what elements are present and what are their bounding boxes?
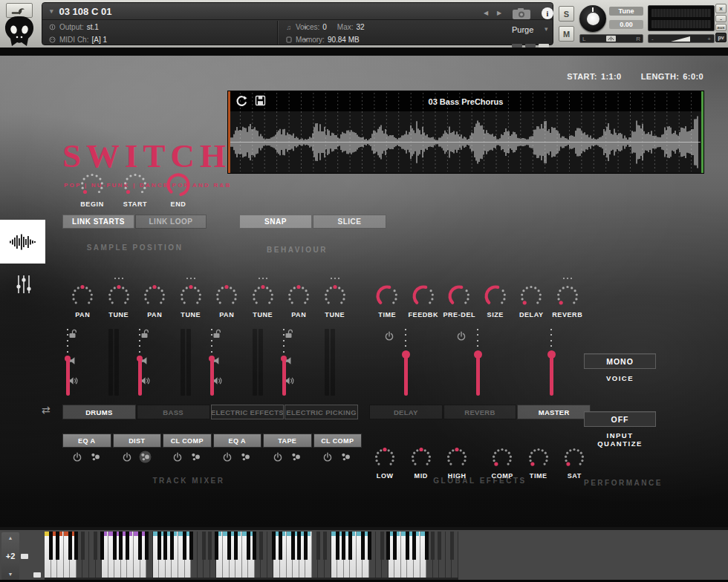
knob-delay[interactable]: DELAY [513,275,550,318]
octave-down-icon[interactable]: ▼ [8,572,13,577]
black-key[interactable] [94,532,97,560]
knob-end[interactable]: END [157,163,200,208]
menu-dots-icon[interactable] [190,278,192,279]
black-key[interactable] [126,532,129,560]
save-icon[interactable] [255,95,266,110]
keyboard-scroll-handle[interactable] [33,572,41,578]
black-key[interactable] [56,532,59,560]
black-key[interactable] [438,532,441,560]
fx-edit-icon[interactable] [139,451,152,466]
black-key[interactable] [336,532,339,560]
knob-mid[interactable]: MID [403,437,440,480]
black-key[interactable] [291,532,295,560]
page-wave-editor-button[interactable] [0,220,45,264]
fx-slot-cl-comp[interactable]: CL COMP [163,434,212,448]
fx-slot-dist[interactable]: DIST [113,434,162,448]
return-level-fader[interactable] [472,327,483,397]
voice-mode-button[interactable]: MONO [584,353,656,369]
volume-fader[interactable] [207,327,217,397]
info-icon[interactable]: i [542,7,553,19]
black-key[interactable] [100,532,104,560]
volume-slider[interactable]: - + [648,34,715,43]
knob-low[interactable]: LOW [367,437,403,480]
close-button[interactable]: x [715,4,727,13]
black-key[interactable] [145,532,149,560]
return-button-delay[interactable]: DELAY [369,405,443,419]
page-mixer-button[interactable] [14,272,33,296]
master-tune-knob[interactable] [579,5,606,32]
black-key[interactable] [227,532,231,560]
black-key[interactable] [81,532,85,560]
black-key[interactable] [208,532,212,560]
black-key[interactable] [386,532,390,560]
black-key[interactable] [406,532,409,560]
black-key[interactable] [247,532,250,560]
black-key[interactable] [425,532,429,560]
fx-edit-icon[interactable] [290,451,302,466]
black-key[interactable] [163,532,167,560]
knob-tune[interactable]: TUNE [101,275,137,318]
black-key[interactable] [253,532,256,560]
black-key[interactable] [189,532,193,560]
knob-pan[interactable]: PAN [65,275,101,318]
waveform-display[interactable]: 03 Bass PreChorus [228,91,703,173]
black-key[interactable] [393,532,397,560]
knob-comp[interactable]: COMP [484,437,521,480]
swap-tracks-icon[interactable]: ⇄ [42,404,51,416]
black-key[interactable] [259,532,263,560]
knob-tune[interactable]: TUNE [317,275,354,318]
volume-fader[interactable] [279,327,289,397]
black-key[interactable] [361,532,365,560]
track-button-electric-effects[interactable]: ELECTRIC EFFECTS [211,405,285,419]
instrument-title-row[interactable]: ▾ 03 108 C 01 [42,3,553,20]
black-key[interactable] [297,532,301,560]
fx-edit-icon[interactable] [239,451,252,466]
fx-slot-eq-a[interactable]: EQ A [213,434,262,448]
minimize-button[interactable]: - [715,15,727,22]
knob-high[interactable]: HIGH [439,437,475,480]
fx-slot-eq-a[interactable]: EQ A [62,434,111,448]
keyboard-scroll-handle[interactable] [21,554,28,559]
knob-size[interactable]: SIZE [478,275,514,318]
fx-edit-icon[interactable] [89,451,102,466]
black-key[interactable] [113,532,117,560]
link-starts-button[interactable]: LINK STARTS [62,215,134,229]
next-instrument-icon[interactable]: ▶ [497,10,501,16]
octave-shift-control[interactable]: ▲ +2 ▼ [1,532,19,580]
fx-slot-cl-comp[interactable]: CL COMP [313,434,363,448]
fx-power-icon[interactable] [322,452,333,465]
loop-start-marker[interactable] [228,91,230,173]
black-key[interactable] [49,532,53,560]
knob-pan[interactable]: PAN [137,275,173,318]
loop-end-marker[interactable] [701,91,703,173]
fx-edit-icon[interactable] [189,451,202,466]
knob-feedbk[interactable]: FEEDBK [406,275,442,318]
pan-slider[interactable]: L R [579,34,643,43]
knob-tune[interactable]: TUNE [173,275,209,318]
slice-button[interactable]: SLICE [313,215,386,229]
purge-label[interactable]: Purge [512,25,533,34]
knob-reverb[interactable]: REVERB [550,275,586,318]
power-icon[interactable] [456,331,467,344]
solo-button[interactable]: S [559,6,574,22]
fx-power-icon[interactable] [222,452,233,465]
piano-keyboard[interactable] [45,532,458,580]
black-key[interactable] [74,532,78,560]
fx-power-icon[interactable] [122,452,132,465]
prev-instrument-icon[interactable]: ◀ [484,10,488,16]
pv-button[interactable]: pv [715,33,727,42]
black-key[interactable] [279,532,282,560]
black-key[interactable] [138,532,142,560]
knob-pre-del[interactable]: PRE-DEL [441,275,478,318]
link-loop-button[interactable]: LINK LOOP [135,215,207,229]
black-key[interactable] [272,532,276,560]
knob-time[interactable]: TIME [369,275,406,318]
black-key[interactable] [304,532,308,560]
fx-power-icon[interactable] [72,452,82,465]
volume-slider-handle[interactable] [669,36,692,42]
black-key[interactable] [183,532,186,560]
snapshot-camera-icon[interactable] [512,7,531,23]
black-key[interactable] [450,532,454,560]
black-key[interactable] [170,532,174,560]
pan-slider-handle[interactable] [606,36,616,42]
